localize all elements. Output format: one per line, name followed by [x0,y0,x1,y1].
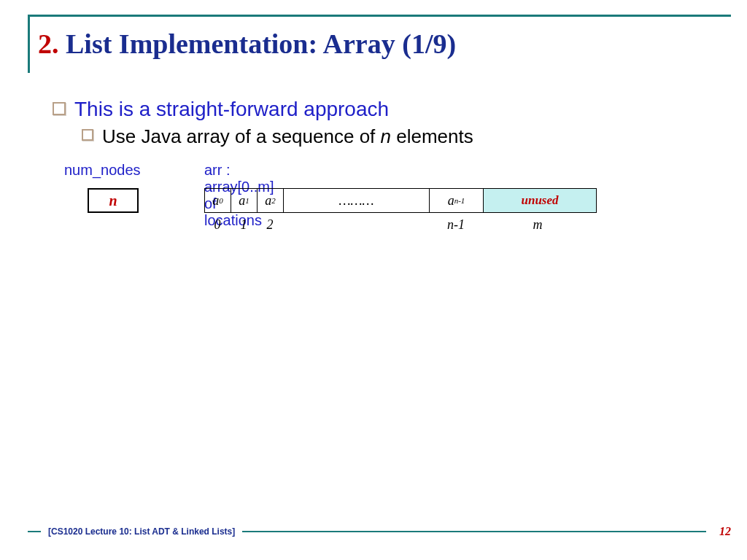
index-row: 0 1 2 n-1 m [204,217,595,233]
cell-a0: a0 [205,189,231,212]
bullet-2-text: Use Java array of a sequence of n elemen… [102,125,473,148]
footer: [CS1020 Lecture 10: List ADT & Linked Li… [28,525,731,538]
bullet-icon [82,129,93,141]
idx-2: 2 [257,217,283,233]
bullet-2-pre: Use Java array of a sequence of [102,125,381,147]
bullet-2-n: n [381,125,391,147]
idx-blank [283,217,429,233]
idx-m: m [483,217,595,233]
idx-0: 0 [204,217,231,233]
title-text: List Implementation: Array (1/9) [59,28,457,59]
page-number: 12 [719,525,731,538]
footer-dash-icon [28,531,41,532]
cell-unused: unused [484,189,596,212]
title-number: 2. [38,28,59,59]
footer-text: [CS1020 Lecture 10: List ADT & Linked Li… [48,526,235,537]
cell-a2: a2 [258,189,284,212]
idx-1: 1 [231,217,257,233]
cell-a1: a1 [231,189,258,212]
bullet-1: This is a straight-forward approach [53,98,389,121]
cell-an: an-1 [430,189,484,212]
bullet-2: Use Java array of a sequence of n elemen… [82,125,473,148]
bullet-2-post: elements [391,125,473,147]
cell-dots: ……… [284,189,430,212]
footer-line [242,531,706,532]
n-box: n [88,188,139,213]
bullet-1-text: This is a straight-forward approach [74,98,389,121]
slide-title: 2. List Implementation: Array (1/9) [38,28,456,60]
array-row: a0 a1 a2 ……… an-1 unused [204,188,597,213]
num-nodes-label: num_nodes [64,162,141,179]
bullet-icon [53,102,66,115]
idx-n1: n-1 [429,217,483,233]
